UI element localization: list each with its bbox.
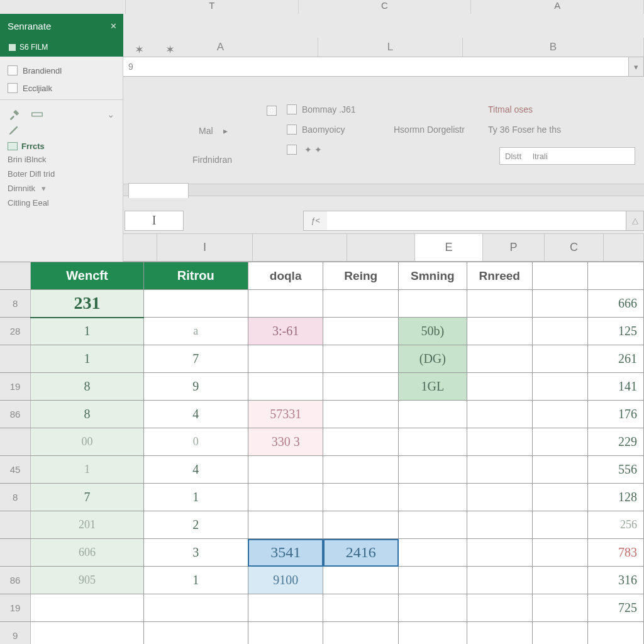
ruler-icon[interactable] (30, 108, 44, 121)
cell[interactable]: 229 (588, 428, 644, 456)
pencil-icon[interactable] (8, 123, 21, 136)
cell[interactable] (532, 622, 588, 645)
cell-selected[interactable]: 2416 (323, 539, 399, 567)
cell[interactable] (467, 594, 532, 622)
ribbon-group-1[interactable] (267, 106, 277, 116)
cell[interactable] (532, 484, 588, 511)
cell[interactable] (143, 290, 248, 318)
cell[interactable]: 1 (143, 567, 248, 594)
cell[interactable] (532, 428, 588, 456)
cell[interactable] (323, 290, 399, 318)
col-B[interactable]: B (463, 38, 644, 57)
cell[interactable] (323, 594, 399, 622)
cell[interactable] (323, 567, 399, 594)
cell[interactable]: 1 (143, 484, 248, 511)
cell[interactable]: 3:-61 (248, 318, 323, 345)
cell[interactable]: 201 (31, 511, 143, 539)
cell[interactable] (399, 567, 467, 594)
cell[interactable]: 783 (588, 539, 644, 567)
cell[interactable] (248, 622, 323, 645)
cell[interactable]: 7 (143, 345, 248, 373)
cell[interactable] (31, 622, 143, 645)
cell[interactable] (248, 345, 323, 373)
ribbon-cmd-3[interactable]: Hsormn Dorgelistr (394, 125, 465, 135)
cell[interactable] (248, 484, 323, 511)
cell[interactable]: 1 (31, 345, 143, 373)
cell[interactable] (399, 401, 467, 428)
col-header[interactable]: Ritrou (143, 262, 248, 290)
cell[interactable] (532, 594, 588, 622)
cell[interactable]: 1GL (399, 373, 467, 401)
col-header[interactable] (588, 262, 644, 290)
cell[interactable] (399, 594, 467, 622)
row-num[interactable]: 19 (0, 373, 31, 401)
col-header[interactable]: Wencft (31, 262, 143, 290)
cell[interactable]: 666 (588, 290, 644, 318)
pin-icon[interactable] (8, 108, 21, 121)
cell[interactable]: 725 (588, 594, 644, 622)
col-header[interactable] (532, 262, 588, 290)
cell[interactable]: 316 (588, 567, 644, 594)
row-num[interactable] (0, 345, 31, 373)
cell[interactable] (399, 622, 467, 645)
cell[interactable] (467, 345, 532, 373)
cell[interactable]: a (143, 318, 248, 345)
row-num[interactable]: 8 (0, 290, 31, 318)
ribbon-cmd-4[interactable]: ✦ ✦ (287, 145, 322, 155)
table-row[interactable]: 201 2 256 (0, 511, 644, 539)
cell[interactable]: 330 3 (248, 428, 323, 456)
ribbon-option-box[interactable]: Dlstt ltrali (499, 147, 635, 165)
cell[interactable] (532, 318, 588, 345)
cell[interactable] (467, 622, 532, 645)
cell[interactable]: 8 (31, 401, 143, 428)
cell[interactable] (399, 428, 467, 456)
table-row[interactable]: 9 (0, 622, 644, 645)
table-row[interactable]: 00 0 330 3 229 (0, 428, 644, 456)
cell[interactable] (399, 484, 467, 511)
row-num[interactable] (0, 511, 31, 539)
cell[interactable] (323, 511, 399, 539)
row-num[interactable]: 86 (0, 401, 31, 428)
fx-icon[interactable]: ƒ< (303, 211, 327, 231)
cell[interactable]: 231 (31, 290, 143, 318)
colh-blank2[interactable] (253, 234, 347, 261)
row-num[interactable] (0, 539, 31, 567)
row-num[interactable]: 86 (0, 567, 31, 594)
cell[interactable] (532, 345, 588, 373)
side-link-1[interactable]: Brin iBlnck (0, 152, 123, 167)
colh-C[interactable]: C (545, 234, 604, 261)
cell[interactable]: 128 (588, 484, 644, 511)
row-num[interactable]: 45 (0, 456, 31, 484)
cell[interactable] (323, 622, 399, 645)
col-header[interactable]: Rnreed (467, 262, 532, 290)
cell[interactable] (532, 511, 588, 539)
chevron-down-icon[interactable]: ⌄ (107, 109, 115, 120)
cell[interactable]: 00 (31, 428, 143, 456)
cell[interactable] (143, 594, 248, 622)
table-row[interactable]: 28 1 a 3:-61 50b) 125 (0, 318, 644, 345)
cell[interactable] (323, 373, 399, 401)
cell[interactable] (248, 290, 323, 318)
cell[interactable] (399, 511, 467, 539)
cell[interactable]: 556 (588, 456, 644, 484)
fx-field[interactable] (327, 211, 626, 231)
ribbon-cmd-bot[interactable]: Baomyoicy (287, 125, 345, 135)
cell[interactable] (143, 622, 248, 645)
cell[interactable] (323, 401, 399, 428)
cell[interactable] (248, 456, 323, 484)
cell[interactable] (532, 401, 588, 428)
col-L[interactable]: L (318, 38, 463, 57)
cell[interactable]: 256 (588, 511, 644, 539)
cell[interactable] (532, 567, 588, 594)
cell[interactable] (467, 401, 532, 428)
cell[interactable] (532, 456, 588, 484)
cell[interactable]: 3 (143, 539, 248, 567)
cell[interactable] (248, 594, 323, 622)
file-tab[interactable]: S6 FILM (0, 38, 123, 57)
cell[interactable]: 2 (143, 511, 248, 539)
side-link-2[interactable]: Boter Difl trid (0, 167, 123, 181)
table-row[interactable]: 606 3 3541 2416 783 (0, 539, 644, 567)
table-row[interactable]: 19 725 (0, 594, 644, 622)
colh-P[interactable]: P (483, 234, 545, 261)
cell[interactable] (467, 318, 532, 345)
